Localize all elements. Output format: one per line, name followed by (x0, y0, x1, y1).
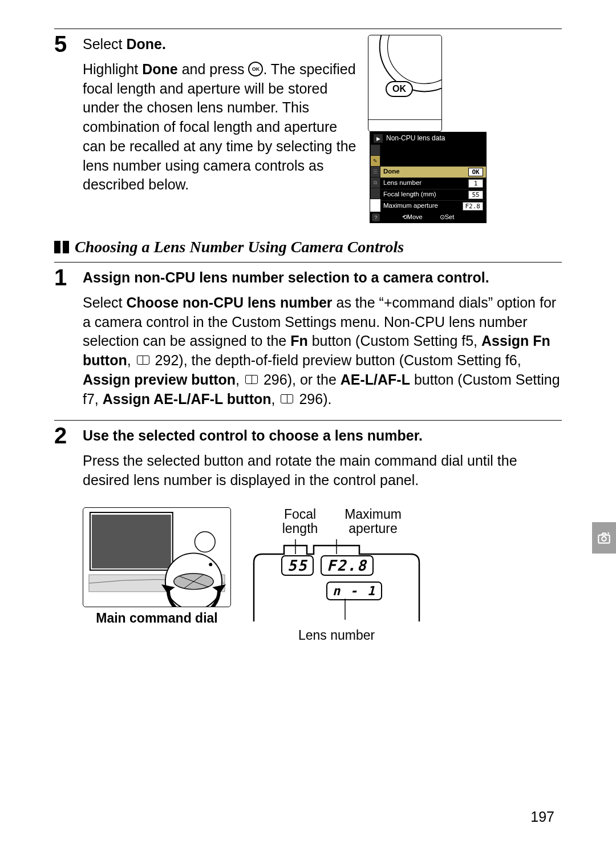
subsection-heading: Choosing a Lens Number Using Camera Cont… (54, 238, 562, 256)
svg-point-19 (602, 536, 606, 541)
menu-side-icons: ✎ ☰ ⧉ (370, 144, 380, 199)
control-panel-figure: Focallength Maximumaperture 55 F2.8 n - … (251, 507, 422, 644)
lens-number-label: Lens number (251, 628, 422, 643)
lens-number-value: n - 1 (326, 582, 382, 600)
menu-side-icon-active: ✎ (371, 156, 380, 166)
focal-length-value: 55 (281, 555, 314, 576)
step-1-title: Assign non-CPU lens number selection to … (83, 268, 562, 288)
menu-done-ok-value: OK (468, 168, 483, 176)
menu-row-max-aperture: Maximum aperture F2.8 (380, 200, 486, 212)
book-icon (281, 394, 293, 403)
svg-rect-4 (92, 514, 171, 568)
step-number: 5 (54, 33, 83, 55)
max-aperture-value: F2.8 (321, 555, 374, 576)
menu-row-focal-length: Focal length (mm) 55 (380, 189, 486, 200)
svg-point-1 (387, 35, 441, 84)
step-2-title: Use the selected control to choose a len… (83, 426, 562, 446)
ok-button-label: OK (386, 81, 413, 97)
edge-tab-icon (592, 522, 616, 554)
step-5: 5 OK ▶ Non-CPU lens data (54, 33, 562, 223)
menu-row-lens-number: Lens number 1 (380, 177, 486, 189)
step-5-title: Select Done. (83, 36, 166, 52)
focal-length-label: Focallength (269, 507, 331, 536)
menu-row-done: Done OK (380, 166, 486, 177)
step-2: 2 Use the selected control to choose a l… (54, 424, 562, 490)
menu-title: Non-CPU lens data (386, 134, 445, 143)
menu-footer: ? ⟲Move ⊙Set (370, 212, 486, 223)
step-number: 1 (54, 266, 83, 289)
diagram-row: Main command dial Focallength Maximumape… (83, 507, 562, 644)
help-icon: ? (372, 213, 380, 221)
svg-point-7 (194, 531, 215, 552)
ok-inline-icon: OK (248, 62, 263, 76)
svg-point-12 (209, 563, 212, 566)
retouch-icon: ⧉ (371, 177, 380, 188)
camera-ok-illustration: OK (368, 35, 442, 132)
main-command-dial-figure: Main command dial (83, 507, 231, 626)
step-1-body: Select Choose non-CPU lens number as the… (83, 293, 562, 409)
step-2-body: Press the selected button and rotate the… (83, 451, 562, 490)
step-1: 1 Assign non-CPU lens number selection t… (54, 266, 562, 409)
book-icon (245, 375, 258, 384)
main-dial-caption: Main command dial (83, 611, 231, 626)
step-number: 2 (54, 424, 83, 447)
book-icon (137, 356, 149, 365)
max-aperture-label: Maximumaperture (342, 507, 404, 536)
section-marker-icon (54, 241, 69, 253)
page-number: 197 (530, 809, 554, 825)
camera-menu-screenshot: ▶ Non-CPU lens data ✎ ☰ ⧉ Done (370, 132, 487, 223)
menu-screenshot-card: OK ▶ Non-CPU lens data ✎ ☰ ⧉ (368, 35, 562, 223)
play-icon: ▶ (374, 134, 383, 143)
